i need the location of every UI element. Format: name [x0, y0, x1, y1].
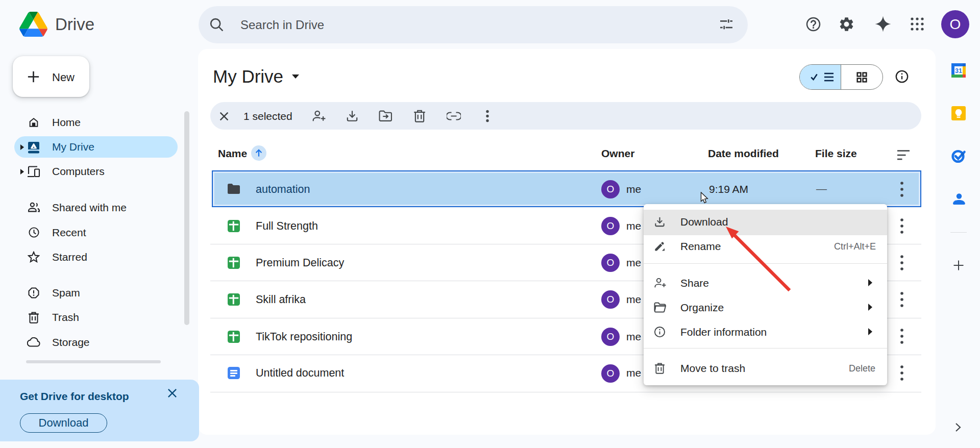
svg-text:31: 31	[955, 67, 962, 74]
